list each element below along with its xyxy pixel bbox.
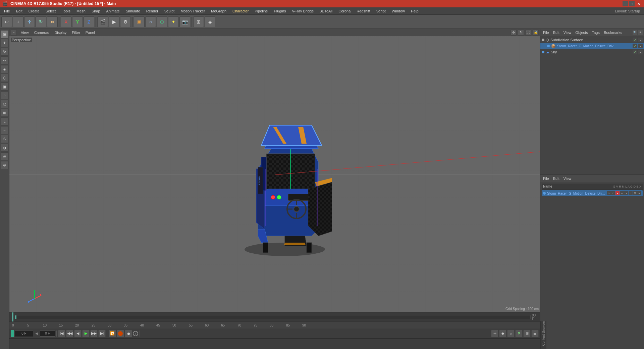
current-frame-input[interactable] <box>15 330 33 337</box>
close-button[interactable]: ✕ <box>636 1 641 6</box>
vp-icon-rotate[interactable]: ↻ <box>518 30 524 36</box>
vp-menu-view[interactable]: View <box>19 30 30 35</box>
attr-menu-file[interactable]: File <box>542 176 550 181</box>
obj-menu-edit[interactable]: Edit <box>552 30 561 35</box>
obj-search-icon[interactable]: 🔍 <box>633 30 637 35</box>
tl-record[interactable] <box>117 330 124 337</box>
attr-icon-5[interactable]: • <box>624 191 628 195</box>
left-scale-btn[interactable]: ⇔ <box>1 56 9 64</box>
obj-action-sky-check[interactable]: ✓ <box>633 50 637 54</box>
left-tool16[interactable]: ⊗ <box>1 161 9 169</box>
obj-action-storm-dot[interactable]: • <box>638 44 643 48</box>
left-rotate-btn[interactable]: ↻ <box>1 48 9 56</box>
menu-plugins[interactable]: Plugins <box>271 8 288 14</box>
menu-snap[interactable]: Snap <box>89 8 103 14</box>
obj-subdivision-surface[interactable]: ⬡ Subdivision Surface ✓ • <box>540 37 644 43</box>
maximize-button[interactable]: □ <box>629 1 635 6</box>
menu-motion-tracker[interactable]: Motion Tracker <box>178 8 208 14</box>
attr-icon-1[interactable]: □ <box>607 191 611 195</box>
vp-icon-lock[interactable]: 🔒 <box>533 30 539 36</box>
menu-mesh[interactable]: Mesh <box>74 8 88 14</box>
attr-icon-8[interactable]: H <box>637 191 641 195</box>
menu-sculpt[interactable]: Sculpt <box>162 8 177 14</box>
viewport-menu-icon[interactable]: ≡ <box>11 30 17 36</box>
obj-action-storm-check[interactable]: ✓ <box>633 44 637 48</box>
frame-display-input[interactable] <box>40 331 55 337</box>
move-tool[interactable]: ✛ <box>24 16 35 27</box>
tl-next-keyframe[interactable]: ▶▶ <box>90 330 98 337</box>
left-tool10[interactable]: ⊞ <box>1 109 9 117</box>
attr-menu-view[interactable]: View <box>562 176 573 181</box>
left-select-btn[interactable]: ▣ <box>1 30 9 38</box>
tl-icon-key[interactable]: ◆ <box>499 330 506 337</box>
vp-menu-cameras[interactable]: Cameras <box>33 30 51 35</box>
left-tool5[interactable]: ◈ <box>1 65 9 73</box>
left-move-btn[interactable]: ✛ <box>1 39 9 47</box>
minimize-button[interactable]: ─ <box>623 1 628 6</box>
tl-skip-start[interactable]: |◀ <box>58 330 65 337</box>
menu-render[interactable]: Render <box>144 8 161 14</box>
tl-play-forward[interactable]: ▶ <box>82 330 90 337</box>
x-axis[interactable]: X <box>61 16 71 27</box>
viewport-canvas[interactable]: Perspective <box>9 36 540 312</box>
menu-mograph[interactable]: MoGraph <box>208 8 229 14</box>
light-tool[interactable]: ✦ <box>168 16 179 27</box>
menu-edit[interactable]: Edit <box>13 8 25 14</box>
menu-corona[interactable]: Corona <box>336 8 353 14</box>
tl-loop[interactable]: 🔁 <box>109 330 116 337</box>
left-tool11[interactable]: L <box>1 117 9 126</box>
tl-icon-p[interactable]: P <box>515 330 523 337</box>
attr-icon-6[interactable]: ○ <box>629 191 633 195</box>
vp-menu-filter[interactable]: Filter <box>70 30 81 35</box>
rotate-tool[interactable]: ↻ <box>36 16 46 27</box>
left-tool14[interactable]: ◑ <box>1 144 9 152</box>
grid-tool[interactable]: ⊞ <box>193 16 204 27</box>
menu-window[interactable]: Window <box>389 8 408 14</box>
obj-sky[interactable]: ☁ Sky ✓ • <box>540 49 644 55</box>
obj-menu-objects[interactable]: Objects <box>574 30 589 35</box>
menu-3dtoall[interactable]: 3DToAll <box>317 8 335 14</box>
vp-menu-display[interactable]: Display <box>53 30 68 35</box>
attr-icon-7[interactable]: ⊞ <box>633 191 637 195</box>
obj-action-check[interactable]: ✓ <box>633 38 637 42</box>
menu-vray-bridge[interactable]: V-Ray Bridge <box>289 8 317 14</box>
render-region[interactable]: 🎬 <box>97 16 108 27</box>
attr-icon-3[interactable]: ■ <box>615 191 620 195</box>
left-tool8[interactable]: ○ <box>1 91 9 99</box>
obj-menu-file[interactable]: File <box>542 30 550 35</box>
tl-icon-grid[interactable]: ⊞ <box>523 330 531 337</box>
menu-script[interactable]: Script <box>374 8 388 14</box>
left-tool9[interactable]: ◎ <box>1 100 9 108</box>
vp-menu-panel[interactable]: Panel <box>84 30 96 35</box>
vp-icon-fullscreen[interactable]: ⛶ <box>525 30 531 36</box>
scale-tool[interactable]: ⇔ <box>47 16 58 27</box>
tl-icon-list[interactable]: ☰ <box>531 330 539 337</box>
tl-icon-circle[interactable]: ○ <box>507 330 515 337</box>
obj-menu-tags[interactable]: Tags <box>591 30 601 35</box>
tl-prev-keyframe[interactable]: ◀◀ <box>66 330 73 337</box>
menu-tools[interactable]: Tools <box>59 8 73 14</box>
camera-tool[interactable]: 📷 <box>179 16 190 27</box>
attr-menu-edit[interactable]: Edit <box>552 176 561 181</box>
left-tool7[interactable]: ▣ <box>1 83 9 91</box>
start-indicator[interactable] <box>11 330 14 337</box>
polygon-tool[interactable]: ⬡ <box>157 16 167 27</box>
render-settings[interactable]: ⚙ <box>120 16 131 27</box>
redo-button[interactable]: + <box>13 16 23 27</box>
obj-action-sky-dot[interactable]: • <box>638 50 643 54</box>
tl-skip-end[interactable]: ▶| <box>98 330 106 337</box>
content-browser-tab[interactable]: Content Browser <box>542 321 545 346</box>
shader-tool[interactable]: ◈ <box>205 16 215 27</box>
left-tool13[interactable]: S <box>1 135 9 143</box>
menu-help[interactable]: Help <box>408 8 421 14</box>
vp-icon-move[interactable]: ✛ <box>511 30 517 36</box>
attr-storm-racer-row[interactable]: Storm_Racer_G_Motion_Deluxe_Driving_Arca… <box>542 190 643 196</box>
menu-select[interactable]: Select <box>43 8 59 14</box>
obj-storm-racer[interactable]: 📦 Storm_Racer_G_Motion_Deluxe_Driving_Ar… <box>540 43 644 49</box>
obj-menu-view[interactable]: View <box>562 30 573 35</box>
menu-animate[interactable]: Animate <box>104 8 122 14</box>
cube-tool[interactable]: ▣ <box>134 16 145 27</box>
menu-create[interactable]: Create <box>26 8 42 14</box>
y-axis[interactable]: Y <box>72 16 83 27</box>
obj-action-dot[interactable]: • <box>638 38 643 42</box>
